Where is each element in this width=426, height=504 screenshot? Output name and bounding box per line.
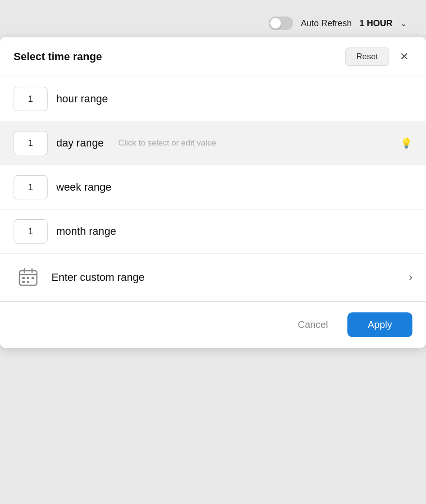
header-actions: Reset ✕ [345,48,412,66]
svg-rect-7 [22,281,25,283]
chevron-right-icon: › [409,271,412,284]
month-value-input[interactable]: 1 [14,219,48,244]
auto-refresh-toggle[interactable] [269,16,293,30]
modal-body: 1 hour range 1 day range Click to select… [0,77,426,301]
hour-label: 1 HOUR [360,18,393,29]
time-range-modal: Select time range Reset ✕ 1 hour range 1… [0,37,426,348]
day-range-row[interactable]: 1 day range Click to select or edit valu… [0,121,426,165]
hour-range-row[interactable]: 1 hour range [0,77,426,121]
svg-rect-5 [27,277,29,279]
toggle-knob [270,18,281,29]
modal-title: Select time range [14,50,102,63]
auto-refresh-label: Auto Refresh [301,18,352,29]
hour-range-label: hour range [56,93,108,105]
lightbulb-icon: 💡 [400,137,412,149]
cancel-button[interactable]: Cancel [287,313,339,336]
top-bar: Auto Refresh 1 HOUR ⌄ [0,10,426,37]
month-range-row[interactable]: 1 month range [0,210,426,254]
day-range-hint: Click to select or edit value [118,138,216,148]
chevron-down-icon[interactable]: ⌄ [400,19,407,28]
custom-range-row[interactable]: Enter custom range › [0,254,426,301]
svg-rect-6 [32,277,34,279]
day-range-label: day range [56,137,104,149]
hour-value-input[interactable]: 1 [14,87,48,111]
auto-refresh-toggle-wrapper[interactable] [269,16,293,30]
week-range-row[interactable]: 1 week range [0,165,426,210]
week-value-input[interactable]: 1 [14,175,48,199]
svg-rect-8 [27,281,29,283]
modal-header: Select time range Reset ✕ [0,37,426,77]
svg-rect-4 [22,277,25,279]
day-value-input[interactable]: 1 [14,131,48,155]
close-button[interactable]: ✕ [396,49,412,64]
custom-range-label: Enter custom range [51,271,400,284]
calendar-icon [14,264,43,291]
month-range-label: month range [56,225,116,238]
modal-footer: Cancel Apply [0,301,426,348]
reset-button[interactable]: Reset [345,48,389,66]
week-range-label: week range [56,181,112,194]
apply-button[interactable]: Apply [347,312,412,337]
